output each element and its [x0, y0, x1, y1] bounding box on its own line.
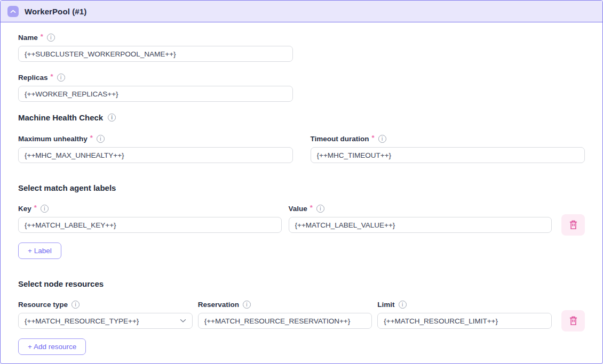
chevron-up-icon	[10, 10, 16, 13]
add-resource-button[interactable]: + Add resource	[18, 338, 86, 355]
reservation-input[interactable]	[198, 313, 372, 329]
delete-label-button[interactable]	[561, 214, 585, 236]
node-resources-section-heading: Select node resources	[18, 279, 585, 288]
replicas-input[interactable]	[18, 86, 293, 102]
match-labels-heading-text: Select match agent labels	[18, 183, 116, 192]
match-labels-section-heading: Select match agent labels	[18, 183, 585, 192]
info-icon[interactable]: i	[399, 301, 407, 309]
name-label: Name	[18, 34, 38, 42]
required-marker: *	[41, 33, 43, 41]
required-marker: *	[34, 204, 37, 212]
workerpool-panel: WorkerPool (#1) Name * i Replicas * i Ma…	[0, 0, 603, 364]
info-icon[interactable]: i	[41, 205, 49, 213]
match-label-row: Key * i Value * i	[18, 205, 585, 233]
reservation-field-group: Reservation i	[198, 301, 372, 329]
info-icon[interactable]: i	[97, 135, 105, 143]
timeout-field-group: Timeout duration * i	[311, 135, 585, 163]
required-marker: *	[310, 204, 313, 212]
trash-icon	[569, 220, 578, 230]
limit-field-group: Limit i	[377, 301, 552, 329]
timeout-input[interactable]	[311, 147, 585, 163]
replicas-field-group: Replicas * i	[18, 74, 585, 102]
limit-input[interactable]	[377, 313, 552, 329]
max-unhealthy-label: Maximum unhealthy	[18, 135, 88, 143]
value-field-group: Value * i	[289, 205, 552, 233]
key-field-group: Key * i	[18, 205, 282, 233]
mhc-fields-row: Maximum unhealthy * i Timeout duration *…	[18, 135, 585, 163]
delete-resource-button[interactable]	[561, 310, 585, 331]
value-label: Value	[289, 205, 307, 213]
resource-type-label: Resource type	[18, 301, 68, 309]
mhc-section-heading: Machine Health Check i	[18, 113, 585, 122]
value-input[interactable]	[289, 217, 552, 233]
info-icon[interactable]: i	[243, 301, 251, 309]
chevron-down-icon	[180, 319, 186, 323]
limit-label: Limit	[377, 301, 394, 309]
timeout-label: Timeout duration	[311, 135, 369, 143]
key-input[interactable]	[18, 217, 282, 233]
name-input[interactable]	[18, 46, 293, 62]
info-icon[interactable]: i	[57, 74, 65, 82]
resource-type-field-group: Resource type i {++MATCH_RESOURCE_TYPE++…	[18, 301, 193, 329]
info-icon[interactable]: i	[47, 34, 55, 42]
info-icon[interactable]: i	[378, 135, 386, 143]
name-field-group: Name * i	[18, 34, 585, 62]
resource-type-selected-value: {++MATCH_RESOURCE_TYPE++}	[25, 317, 139, 325]
replicas-label: Replicas	[18, 74, 48, 82]
key-label: Key	[18, 205, 31, 213]
info-icon[interactable]: i	[72, 301, 80, 309]
info-icon[interactable]: i	[316, 205, 324, 213]
add-label-button[interactable]: + Label	[18, 242, 61, 259]
node-resources-heading-text: Select node resources	[18, 279, 104, 288]
max-unhealthy-field-group: Maximum unhealthy * i	[18, 135, 293, 163]
info-icon[interactable]: i	[108, 114, 116, 122]
trash-icon	[569, 316, 578, 326]
mhc-heading-text: Machine Health Check	[18, 113, 103, 122]
panel-header: WorkerPool (#1)	[1, 1, 602, 22]
collapse-button[interactable]	[7, 6, 19, 17]
required-marker: *	[372, 134, 375, 142]
required-marker: *	[90, 134, 93, 142]
node-resource-row: Resource type i {++MATCH_RESOURCE_TYPE++…	[18, 301, 585, 329]
reservation-label: Reservation	[198, 301, 239, 309]
resource-type-select[interactable]: {++MATCH_RESOURCE_TYPE++}	[18, 313, 193, 329]
max-unhealthy-input[interactable]	[18, 147, 293, 163]
required-marker: *	[51, 72, 53, 80]
panel-title: WorkerPool (#1)	[25, 7, 86, 16]
panel-body: Name * i Replicas * i Machine Health Che…	[1, 22, 602, 355]
